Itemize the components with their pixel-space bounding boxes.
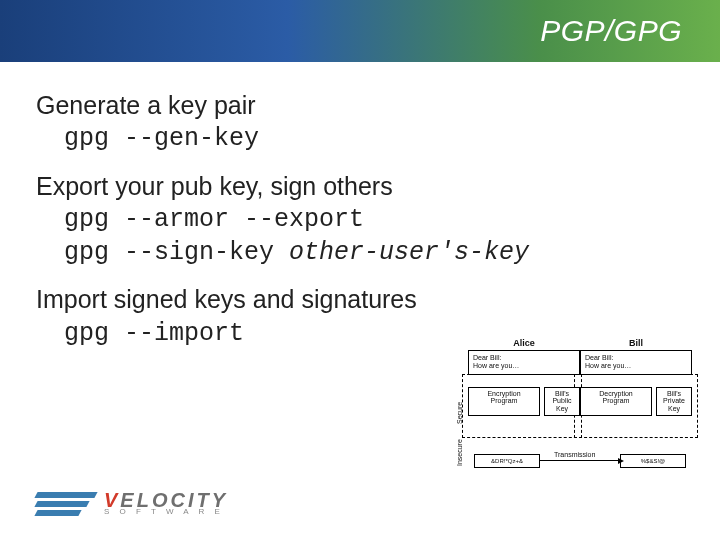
slide-body: Generate a key pair gpg --gen-key Export… xyxy=(0,62,720,349)
decryption-program: Decryption Program xyxy=(580,387,652,416)
transmission-label: Transmission xyxy=(554,451,595,458)
logo-text: VELOCITY S O F T W A R E xyxy=(104,491,228,516)
sec1-cmd: gpg --gen-key xyxy=(64,123,684,154)
sec2-cmd2a: gpg --sign-key xyxy=(64,238,289,267)
sec1-heading: Generate a key pair xyxy=(36,90,684,121)
arrow-icon xyxy=(618,458,624,464)
bills-private-key: Bill's Private Key xyxy=(656,387,692,416)
alice-message: Dear Bill: How are you… xyxy=(468,350,580,375)
velocity-logo: VELOCITY S O F T W A R E xyxy=(36,491,228,516)
alice-title: Alice xyxy=(468,338,580,348)
label-secure: Secure xyxy=(456,402,463,424)
bill-column: Bill Dear Bill: How are you… Decryption … xyxy=(580,338,692,416)
sec2-heading: Export your pub key, sign others xyxy=(36,171,684,202)
bills-public-key: Bill's Public Key xyxy=(544,387,580,416)
ciphertext-right: %$&S!@ xyxy=(620,454,686,468)
bill-title: Bill xyxy=(580,338,692,348)
slide-title: PGP/GPG xyxy=(540,14,682,48)
label-insecure: Insecure xyxy=(456,439,463,466)
title-bar: PGP/GPG xyxy=(0,0,720,62)
ciphertext-left: &DR!*Qz+& xyxy=(474,454,540,468)
sec2-cmd2b: other-user's-key xyxy=(289,238,529,267)
sec3-heading: Import signed keys and signatures xyxy=(36,284,684,315)
sec2-cmd2: gpg --sign-key other-user's-key xyxy=(64,237,684,268)
sec2-cmd1: gpg --armor --export xyxy=(64,204,684,235)
alice-column: Alice Dear Bill: How are you… Encryption… xyxy=(468,338,580,416)
transmission-line xyxy=(540,460,620,461)
logo-bars-icon xyxy=(36,492,96,516)
logo-subtext: S O F T W A R E xyxy=(104,507,228,516)
bill-message: Dear Bill: How are you… xyxy=(580,350,692,375)
encryption-program: Encryption Program xyxy=(468,387,540,416)
encryption-diagram: Secure Insecure Alice Dear Bill: How are… xyxy=(432,338,692,468)
